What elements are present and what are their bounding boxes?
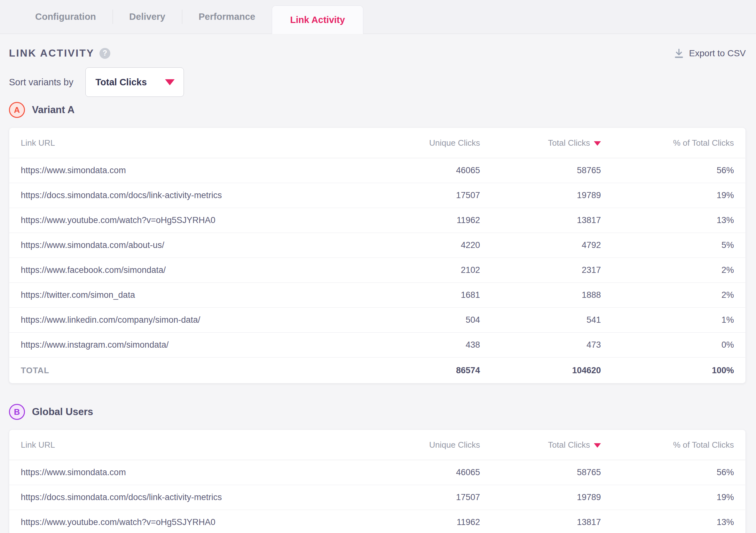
total-clicks-cell: 58765 xyxy=(480,158,601,183)
total-label: TOTAL xyxy=(9,358,365,383)
column-header-total-clicks[interactable]: Total Clicks xyxy=(480,430,601,460)
total-unique-clicks: 86574 xyxy=(365,358,480,383)
pct-of-total-clicks-cell: 19% xyxy=(601,183,745,208)
link-url-cell: https://www.youtube.com/watch?v=oHg5SJYR… xyxy=(9,208,365,233)
unique-clicks-cell: 11962 xyxy=(365,510,480,533)
link-url-cell: https://twitter.com/simon_data xyxy=(9,283,365,308)
sort-desc-icon xyxy=(594,141,601,146)
total-clicks-cell: 2317 xyxy=(480,258,601,283)
section-title: Variant A xyxy=(32,104,74,116)
table-row: https://www.youtube.com/watch?v=oHg5SJYR… xyxy=(9,510,745,533)
link-url-cell: https://www.simondata.com/about-us/ xyxy=(9,233,365,258)
section-header: A Variant A xyxy=(9,102,746,118)
section-header: B Global Users xyxy=(9,404,746,420)
pct-of-total-clicks-cell: 56% xyxy=(601,158,745,183)
variant-badge-b: B xyxy=(9,404,25,420)
tab-bar: ConfigurationDeliveryPerformanceLink Act… xyxy=(0,0,756,34)
unique-clicks-cell: 46065 xyxy=(365,158,480,183)
table-row: https://docs.simondata.com/docs/link-act… xyxy=(9,183,745,208)
link-url-cell: https://docs.simondata.com/docs/link-act… xyxy=(9,485,365,510)
table-header-row: Link URLUnique ClicksTotal Clicks% of To… xyxy=(9,128,745,158)
pct-of-total-clicks-cell: 19% xyxy=(601,485,745,510)
unique-clicks-cell: 46065 xyxy=(365,460,480,485)
link-url-cell: https://www.linkedin.com/company/simon-d… xyxy=(9,308,365,333)
unique-clicks-cell: 11962 xyxy=(365,208,480,233)
sort-variants-select[interactable]: Total Clicks xyxy=(85,67,184,97)
pct-of-total-clicks-cell: 0% xyxy=(601,333,745,358)
pct-of-total-clicks-cell: 2% xyxy=(601,283,745,308)
link-url-cell: https://docs.simondata.com/docs/link-act… xyxy=(9,183,365,208)
total-clicks-cell: 58765 xyxy=(480,460,601,485)
column-header-unique-clicks: Unique Clicks xyxy=(365,128,480,158)
tab-configuration[interactable]: Configuration xyxy=(18,0,113,34)
table-row: https://docs.simondata.com/docs/link-act… xyxy=(9,485,745,510)
total-row: TOTAL 86574 104620 100% xyxy=(9,358,745,383)
table-row: https://twitter.com/simon_data168118882% xyxy=(9,283,745,308)
link-url-cell: https://www.simondata.com xyxy=(9,158,365,183)
sections: A Variant A Link URLUnique ClicksTotal C… xyxy=(9,102,746,533)
column-header-total-clicks[interactable]: Total Clicks xyxy=(480,128,601,158)
pct-of-total-clicks-cell: 13% xyxy=(601,208,745,233)
tab-delivery[interactable]: Delivery xyxy=(113,0,182,34)
total-pct: 100% xyxy=(601,358,745,383)
table-row: https://www.simondata.com460655876556% xyxy=(9,158,745,183)
table-row: https://www.simondata.com460655876556% xyxy=(9,460,745,485)
total-clicks-cell: 541 xyxy=(480,308,601,333)
unique-clicks-cell: 1681 xyxy=(365,283,480,308)
unique-clicks-cell: 2102 xyxy=(365,258,480,283)
column-header-link-url: Link URL xyxy=(9,430,365,460)
help-icon[interactable]: ? xyxy=(99,48,110,59)
total-clicks-cell: 1888 xyxy=(480,283,601,308)
link-activity-table-card: Link URLUnique ClicksTotal Clicks% of To… xyxy=(9,128,746,383)
column-header-link-url: Link URL xyxy=(9,128,365,158)
table-row: https://www.simondata.com/about-us/42204… xyxy=(9,233,745,258)
link-activity-table: Link URLUnique ClicksTotal Clicks% of To… xyxy=(9,128,745,383)
chevron-down-icon xyxy=(165,79,175,85)
sort-variants-label: Sort variants by xyxy=(9,77,73,88)
variant-badge-a: A xyxy=(9,102,25,118)
link-url-cell: https://www.instagram.com/simondata/ xyxy=(9,333,365,358)
unique-clicks-cell: 4220 xyxy=(365,233,480,258)
pct-of-total-clicks-cell: 56% xyxy=(601,460,745,485)
total-clicks-cell: 13817 xyxy=(480,208,601,233)
total-clicks-cell: 19789 xyxy=(480,485,601,510)
total-clicks-cell: 13817 xyxy=(480,510,601,533)
unique-clicks-cell: 438 xyxy=(365,333,480,358)
tab-link-activity[interactable]: Link Activity xyxy=(272,6,363,34)
link-activity-table: Link URLUnique ClicksTotal Clicks% of To… xyxy=(9,430,745,533)
table-row: https://www.facebook.com/simondata/21022… xyxy=(9,258,745,283)
unique-clicks-cell: 504 xyxy=(365,308,480,333)
link-url-cell: https://www.youtube.com/watch?v=oHg5SJYR… xyxy=(9,510,365,533)
total-clicks-cell: 473 xyxy=(480,333,601,358)
unique-clicks-cell: 17507 xyxy=(365,183,480,208)
unique-clicks-cell: 17507 xyxy=(365,485,480,510)
sort-desc-icon xyxy=(594,443,601,448)
total-total-clicks: 104620 xyxy=(480,358,601,383)
pct-of-total-clicks-cell: 1% xyxy=(601,308,745,333)
sort-select-value: Total Clicks xyxy=(95,77,147,88)
column-header-unique-clicks: Unique Clicks xyxy=(365,430,480,460)
page-content: LINK ACTIVITY ? Export to CSV Sort varia… xyxy=(0,47,756,533)
table-row: https://www.instagram.com/simondata/4384… xyxy=(9,333,745,358)
section-title: Global Users xyxy=(32,406,93,418)
download-icon xyxy=(673,48,684,59)
export-label: Export to CSV xyxy=(689,48,746,59)
table-header-row: Link URLUnique ClicksTotal Clicks% of To… xyxy=(9,430,745,460)
column-header-of-total-clicks: % of Total Clicks xyxy=(601,430,745,460)
total-clicks-cell: 19789 xyxy=(480,183,601,208)
table-row: https://www.youtube.com/watch?v=oHg5SJYR… xyxy=(9,208,745,233)
export-to-csv-button[interactable]: Export to CSV xyxy=(673,48,746,59)
total-clicks-cell: 4792 xyxy=(480,233,601,258)
link-url-cell: https://www.simondata.com xyxy=(9,460,365,485)
page-header: LINK ACTIVITY ? Export to CSV xyxy=(9,47,746,59)
pct-of-total-clicks-cell: 13% xyxy=(601,510,745,533)
table-row: https://www.linkedin.com/company/simon-d… xyxy=(9,308,745,333)
link-url-cell: https://www.facebook.com/simondata/ xyxy=(9,258,365,283)
pct-of-total-clicks-cell: 5% xyxy=(601,233,745,258)
link-activity-table-card: Link URLUnique ClicksTotal Clicks% of To… xyxy=(9,429,746,533)
link-activity-page: ConfigurationDeliveryPerformanceLink Act… xyxy=(0,0,756,533)
sort-row: Sort variants by Total Clicks xyxy=(9,67,746,97)
pct-of-total-clicks-cell: 2% xyxy=(601,258,745,283)
tab-performance[interactable]: Performance xyxy=(182,0,272,34)
page-title: LINK ACTIVITY xyxy=(9,47,94,59)
